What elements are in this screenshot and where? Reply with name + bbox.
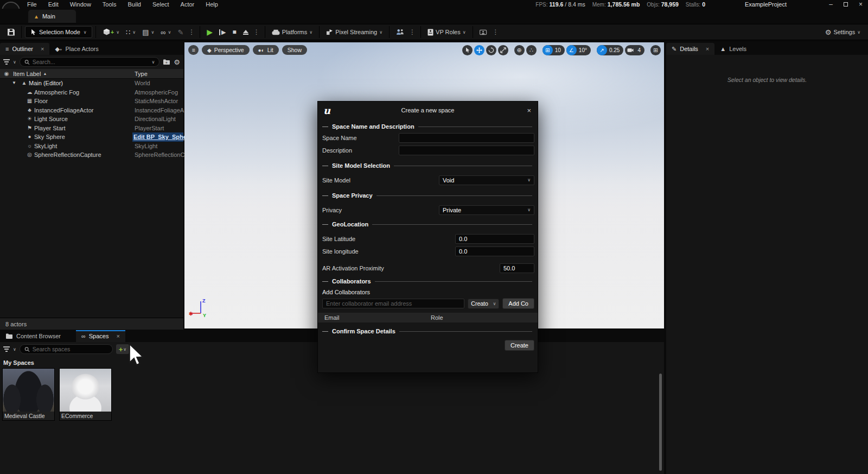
site-model-select[interactable]: Void∨ bbox=[439, 175, 534, 185]
minimize-icon[interactable]: – bbox=[829, 1, 833, 8]
privacy-select[interactable]: Private∨ bbox=[439, 205, 534, 215]
close-icon[interactable]: × bbox=[527, 106, 531, 115]
menu-item[interactable]: Edit bbox=[48, 1, 59, 8]
tree-row[interactable]: SkyLight SkyLight bbox=[0, 142, 183, 151]
tree-row[interactable]: Player Start PlayerStart bbox=[0, 124, 183, 133]
scale-tool-button[interactable] bbox=[498, 45, 508, 55]
tree-row[interactable]: Sky Sphere Edit BP_Sky_Sphe bbox=[0, 132, 183, 142]
description-field[interactable] bbox=[399, 146, 534, 155]
filter-icon[interactable] bbox=[3, 346, 10, 352]
gear-icon[interactable]: ⚙ bbox=[174, 58, 180, 66]
perspective-dropdown[interactable]: ◆Perspective bbox=[202, 45, 250, 55]
tree-row[interactable]: Main (Editor) World bbox=[0, 79, 183, 88]
close-icon[interactable]: × bbox=[41, 46, 44, 52]
selection-mode-dropdown[interactable]: Selection Mode ∨ bbox=[25, 26, 92, 38]
tree-row[interactable]: Atmospheric Fog AtmosphericFog bbox=[0, 88, 183, 97]
link-dropdown[interactable]: ∞∨ bbox=[157, 26, 174, 39]
space-card[interactable]: ECommerce bbox=[59, 368, 112, 421]
tree-row[interactable]: InstancedFoliageActor InstancedFoliageA bbox=[0, 106, 183, 115]
menu-item[interactable]: Window bbox=[70, 1, 91, 8]
chevron-down-icon[interactable]: ∨ bbox=[151, 60, 155, 65]
collab-button[interactable] bbox=[393, 26, 407, 39]
pixel-streaming-dropdown[interactable]: Pixel Streaming∨ bbox=[323, 26, 386, 39]
tab-details[interactable]: ✎ Details × bbox=[666, 43, 714, 55]
tab-content-browser[interactable]: Content Browser bbox=[0, 330, 66, 342]
play-options-icon[interactable]: ⋮ bbox=[252, 28, 261, 36]
column-item-label[interactable]: Item Label bbox=[13, 71, 41, 77]
stop-button[interactable]: ■ bbox=[229, 26, 240, 39]
save-button[interactable] bbox=[4, 26, 18, 39]
collab-options-icon[interactable]: ⋮ bbox=[407, 28, 417, 36]
collaborator-email-field[interactable] bbox=[322, 299, 464, 308]
tab-outliner[interactable]: ≡ Outliner × bbox=[0, 43, 49, 55]
grid-snap-control[interactable]: ⊞10 bbox=[542, 45, 565, 55]
lit-dropdown[interactable]: ◐Lit bbox=[253, 45, 279, 55]
space-name-field[interactable] bbox=[399, 133, 534, 143]
longitude-field[interactable] bbox=[455, 247, 534, 256]
play-button[interactable]: ▶ bbox=[203, 26, 216, 39]
search-input[interactable] bbox=[33, 59, 149, 65]
menu-item[interactable]: Actor bbox=[181, 1, 195, 8]
vp-roles-dropdown[interactable]: VP Roles∨ bbox=[424, 26, 469, 39]
frame-skip-button[interactable] bbox=[216, 26, 229, 39]
tab-levels[interactable]: ▲ Levels bbox=[714, 43, 752, 55]
cinematics-dropdown[interactable]: ▤∨ bbox=[139, 26, 157, 39]
scale-snap-control[interactable]: ↗0.25 bbox=[597, 45, 623, 55]
scrollbar[interactable] bbox=[659, 374, 662, 471]
tab-main[interactable]: ▲ Main bbox=[28, 10, 76, 23]
section-geolocation[interactable]: GeoLocation bbox=[322, 221, 532, 227]
close-icon[interactable]: × bbox=[116, 333, 119, 339]
eject-button[interactable] bbox=[240, 26, 252, 39]
eye-icon[interactable]: ◉ bbox=[0, 71, 13, 77]
show-dropdown[interactable]: Show bbox=[282, 45, 307, 55]
blueprints-dropdown[interactable]: ∷∨ bbox=[123, 26, 139, 39]
tree-row[interactable]: Light Source DirectionalLight bbox=[0, 115, 183, 124]
select-tool-button[interactable] bbox=[462, 45, 473, 55]
move-tool-button[interactable] bbox=[474, 45, 484, 55]
section-name-description[interactable]: Space Name and Description bbox=[322, 123, 532, 130]
role-select[interactable]: Creato∨ bbox=[468, 299, 499, 309]
expand-caret-icon[interactable] bbox=[12, 79, 20, 88]
section-collaborators[interactable]: Collaborators bbox=[322, 278, 532, 285]
menu-item[interactable]: Help bbox=[206, 1, 218, 8]
section-space-privacy[interactable]: Space Privacy bbox=[322, 192, 532, 199]
tab-spaces[interactable]: ∞ Spaces × bbox=[76, 330, 125, 342]
maximize-icon[interactable] bbox=[844, 2, 848, 7]
close-icon[interactable]: × bbox=[859, 1, 863, 8]
viewport-menu-button[interactable]: ≡ bbox=[188, 45, 199, 55]
maximize-viewport-button[interactable]: ⊞ bbox=[650, 45, 661, 55]
settings-dropdown[interactable]: ⚙Settings∨ bbox=[822, 26, 864, 39]
ar-proximity-field[interactable] bbox=[500, 263, 534, 273]
rotate-tool-button[interactable] bbox=[486, 45, 496, 55]
tree-row[interactable]: SphereReflectionCapture SphereReflection… bbox=[0, 150, 183, 160]
virtual-camera-button[interactable] bbox=[476, 26, 491, 39]
rotation-snap-control[interactable]: ∠10° bbox=[566, 45, 591, 55]
section-site-model[interactable]: Site Model Selection bbox=[322, 162, 532, 169]
menu-item[interactable]: Tools bbox=[103, 1, 117, 8]
column-type[interactable]: Type bbox=[135, 71, 148, 77]
folder-plus-icon[interactable]: + bbox=[163, 59, 170, 65]
more-options-icon[interactable]: ⋮ bbox=[187, 28, 196, 36]
paint-button[interactable]: ✎ bbox=[174, 26, 187, 39]
add-actor-dropdown[interactable]: +∨ bbox=[99, 26, 123, 39]
platforms-dropdown[interactable]: Platforms∨ bbox=[269, 26, 316, 39]
add-collaborator-button[interactable]: Add Co bbox=[502, 298, 534, 309]
menu-item[interactable]: Select bbox=[152, 1, 169, 8]
tree-row[interactable]: Floor StaticMeshActor bbox=[0, 97, 183, 106]
latitude-field[interactable] bbox=[455, 234, 534, 244]
camera-speed-control[interactable]: 4 bbox=[625, 45, 644, 55]
menu-item[interactable]: File bbox=[27, 1, 37, 8]
section-confirm[interactable]: Confirm Space Details bbox=[322, 328, 532, 334]
space-card[interactable]: Medieval Castle bbox=[2, 368, 55, 421]
filter-icon[interactable] bbox=[3, 59, 10, 65]
create-button[interactable]: Create bbox=[505, 340, 534, 351]
camera-options-icon[interactable]: ⋮ bbox=[491, 28, 501, 36]
tab-place-actors[interactable]: ◆+ Place Actors bbox=[49, 43, 104, 55]
search-spaces-input[interactable] bbox=[33, 346, 108, 352]
chevron-down-icon[interactable]: ∨ bbox=[13, 347, 16, 352]
surface-snap-button[interactable]: ∴ bbox=[526, 45, 537, 55]
world-space-button[interactable]: ⊕ bbox=[514, 45, 525, 55]
chevron-down-icon[interactable]: ∨ bbox=[13, 60, 16, 65]
menu-item[interactable]: Build bbox=[128, 1, 141, 8]
close-icon[interactable]: × bbox=[706, 46, 709, 52]
